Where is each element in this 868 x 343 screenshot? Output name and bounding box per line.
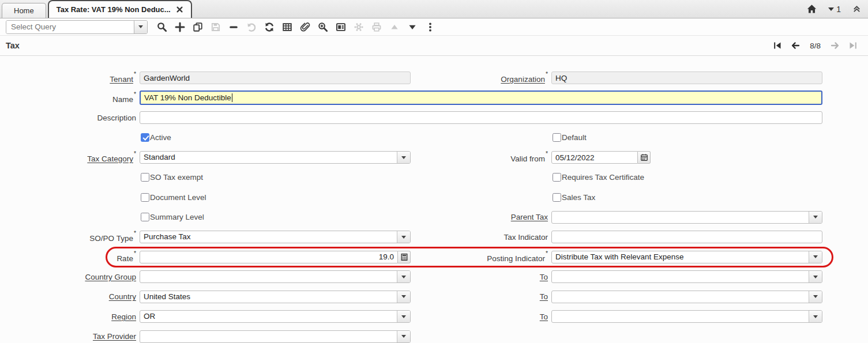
- chevron-down-icon: [813, 315, 818, 318]
- window-count-dropdown[interactable]: 1: [828, 5, 841, 14]
- posting-indicator-combobox[interactable]: Distribute Tax with Relevant Expense: [551, 251, 822, 263]
- to-country-group-label: To: [411, 273, 551, 281]
- tax-indicator-label: Tax Indicator: [411, 233, 551, 242]
- organization-field: HQ: [551, 71, 822, 84]
- to-country-group-combobox[interactable]: [551, 270, 822, 283]
- description-field[interactable]: [140, 111, 822, 124]
- sales-tax-label: Sales Tax: [562, 193, 595, 202]
- chat-icon[interactable]: [335, 21, 347, 33]
- summary-level-checkbox[interactable]: Summary Level: [141, 213, 411, 221]
- country-group-dropdown-button[interactable]: [397, 271, 410, 282]
- tax-category-dropdown-button[interactable]: [397, 152, 410, 163]
- country-dropdown-button[interactable]: [397, 291, 410, 303]
- checkbox-box[interactable]: [553, 193, 561, 202]
- more-options-icon[interactable]: [424, 21, 436, 33]
- home-icon[interactable]: [807, 4, 817, 14]
- to-country-dropdown-button[interactable]: [809, 291, 822, 303]
- name-field[interactable]: VAT 19% Non Deductible: [140, 91, 822, 105]
- select-query-combobox[interactable]: [6, 20, 148, 34]
- country-combobox[interactable]: United States: [140, 291, 411, 303]
- valid-from-field[interactable]: 05/12/2022: [551, 151, 638, 164]
- country-group-combobox[interactable]: [140, 270, 411, 283]
- required-marker: *: [134, 70, 136, 77]
- parent-tax-dropdown-button[interactable]: [809, 212, 822, 223]
- tab-tax-rate[interactable]: Tax Rate: VAT 19% Non Deduc...: [48, 0, 192, 18]
- parent-tax-combobox[interactable]: [551, 211, 822, 224]
- posting-indicator-value[interactable]: Distribute Tax with Relevant Expense: [552, 251, 809, 263]
- sopo-type-dropdown-button[interactable]: [397, 231, 410, 243]
- close-tab-icon[interactable]: [176, 6, 183, 13]
- checkbox-box[interactable]: [141, 133, 149, 142]
- checkbox-box[interactable]: [141, 173, 149, 182]
- undo-icon: [246, 21, 257, 33]
- select-query-dropdown-button[interactable]: [134, 21, 147, 33]
- sopo-type-value[interactable]: Purchase Tax: [140, 231, 397, 243]
- previous-record-icon[interactable]: [791, 41, 800, 50]
- chevron-down-icon: [813, 216, 818, 218]
- calculator-button[interactable]: [398, 251, 411, 263]
- to-country-group-dropdown-button[interactable]: [809, 271, 822, 282]
- tax-provider-combobox[interactable]: [140, 330, 411, 343]
- detail-record-icon[interactable]: [407, 21, 418, 33]
- tax-provider-value[interactable]: [140, 331, 397, 342]
- checkbox-box[interactable]: [141, 193, 149, 202]
- region-value[interactable]: OR: [140, 311, 397, 322]
- posting-indicator-dropdown-button[interactable]: [809, 251, 822, 263]
- attachment-icon[interactable]: [299, 21, 311, 33]
- to-region-value[interactable]: [552, 311, 809, 322]
- rate-widget: 19.0: [140, 251, 411, 263]
- last-record-icon[interactable]: [848, 41, 858, 50]
- tax-provider-dropdown-button[interactable]: [397, 331, 410, 342]
- tenant-field: GardenWorld: [140, 71, 411, 84]
- select-query-input[interactable]: [6, 21, 134, 33]
- collapse-header-icon[interactable]: [852, 5, 861, 13]
- form-row: Description: [0, 108, 868, 128]
- form-row: Tax Category* Standard Valid from* 05/12…: [0, 148, 868, 168]
- country-group-value[interactable]: [140, 271, 397, 282]
- requires-tax-certificate-checkbox[interactable]: Requires Tax Certificate: [553, 173, 822, 182]
- search-icon[interactable]: [156, 21, 168, 33]
- default-checkbox[interactable]: Default: [553, 133, 822, 142]
- document-level-checkbox[interactable]: Document Level: [141, 193, 411, 202]
- parent-tax-value[interactable]: [552, 212, 809, 223]
- tax-indicator-field[interactable]: [551, 231, 822, 243]
- tax-category-value[interactable]: Standard: [140, 152, 397, 163]
- required-marker: *: [134, 91, 136, 97]
- checkbox-box[interactable]: [553, 133, 561, 142]
- chevron-down-icon: [401, 295, 406, 298]
- to-region-combobox[interactable]: [551, 310, 822, 323]
- checkbox-box[interactable]: [141, 213, 149, 221]
- to-country-group-value[interactable]: [552, 271, 809, 282]
- form-row: Country Group To: [0, 267, 868, 287]
- next-record-icon[interactable]: [831, 41, 840, 50]
- chevron-down-icon: [401, 236, 406, 239]
- region-combobox[interactable]: OR: [140, 310, 411, 323]
- window-count-value: 1: [836, 5, 841, 14]
- to-country-combobox[interactable]: [551, 291, 822, 303]
- delete-record-icon[interactable]: [228, 21, 239, 33]
- chevron-down-icon: [401, 276, 406, 278]
- active-checkbox[interactable]: Active: [141, 133, 411, 142]
- rate-field[interactable]: 19.0: [140, 251, 398, 263]
- new-record-icon[interactable]: [174, 21, 186, 33]
- sales-tax-checkbox[interactable]: Sales Tax: [553, 193, 822, 202]
- to-region-dropdown-button[interactable]: [809, 311, 822, 322]
- summary-level-label: Summary Level: [150, 213, 204, 221]
- so-tax-exempt-checkbox[interactable]: SO Tax exempt: [141, 173, 411, 182]
- calendar-button[interactable]: [638, 151, 651, 164]
- tax-category-combobox[interactable]: Standard: [140, 151, 411, 164]
- sopo-type-combobox[interactable]: Purchase Tax: [140, 231, 411, 243]
- region-dropdown-button[interactable]: [397, 311, 410, 322]
- copy-record-icon[interactable]: [192, 21, 204, 33]
- zoom-across-icon[interactable]: [317, 21, 329, 33]
- checkbox-box[interactable]: [553, 173, 561, 182]
- tab-home[interactable]: Home: [2, 3, 46, 18]
- valid-from-date-widget: 05/12/2022: [551, 151, 651, 164]
- refresh-icon[interactable]: [264, 21, 275, 33]
- region-label: Region: [0, 312, 140, 321]
- grid-toggle-icon[interactable]: [281, 21, 293, 33]
- country-value[interactable]: United States: [140, 291, 397, 303]
- first-record-icon[interactable]: [773, 41, 782, 50]
- chevron-down-icon: [401, 156, 406, 159]
- to-country-value[interactable]: [552, 291, 809, 303]
